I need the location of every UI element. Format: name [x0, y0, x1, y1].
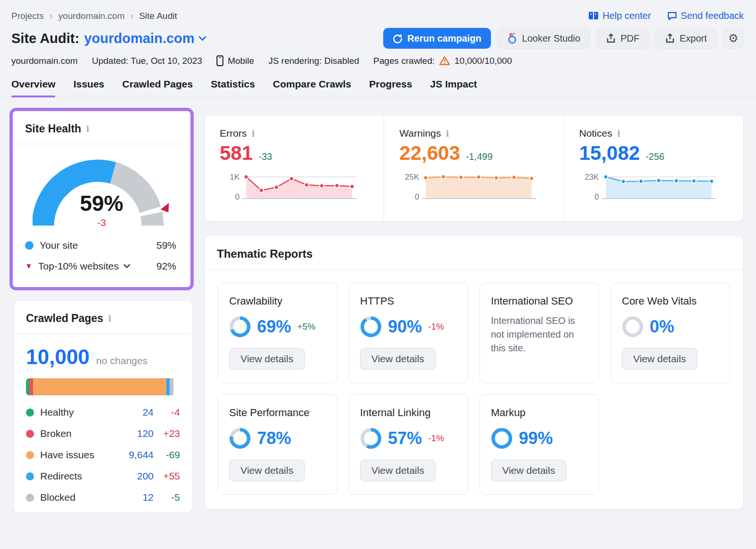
site-health-gauge: 59% -3	[33, 157, 171, 227]
campaign-selector[interactable]: yourdomain.com	[84, 31, 206, 46]
notices-stat: Notices i 15,082 -256 23K 0	[564, 115, 743, 221]
looker-studio-button[interactable]: Looker Studio	[497, 28, 590, 49]
tab-progress[interactable]: Progress	[369, 78, 412, 97]
markup-card: Markup 99% View details	[480, 394, 599, 495]
refresh-icon	[393, 34, 403, 44]
issues-summary-card: Errors i 581 -33 1K 0 Warnings i 22,603	[204, 115, 744, 222]
bar-segment-have-issues[interactable]	[33, 378, 166, 395]
bar-segment-redirects[interactable]	[166, 378, 170, 395]
page-title: Site Audit: yourdomain.com	[11, 31, 206, 46]
tab-overview[interactable]: Overview	[11, 78, 55, 97]
site-health-card: Site Health i 59% -3 Your site 59% ▼ To	[13, 111, 190, 287]
export-button[interactable]: Export	[655, 28, 717, 49]
green-dot-icon	[26, 409, 34, 417]
crawled-legend: Healthy 24 -4 Broken 120 +23 Have issues…	[26, 407, 180, 503]
crawled-pages-header: Crawled Pages i	[14, 301, 192, 334]
notices-label: Notices	[579, 128, 612, 139]
y-axis-max: 25K	[405, 173, 419, 182]
site-performance-donut	[229, 427, 251, 449]
crawlability-view-details-button[interactable]: View details	[229, 348, 305, 370]
legend-top10-websites[interactable]: ▼ Top-10% websites 92%	[25, 261, 176, 272]
site-performance-card: Site Performance 78% View details	[218, 394, 337, 495]
toolbar: Rerun campaign Looker Studio PDF	[383, 28, 744, 49]
site-health-score: 59%	[33, 191, 171, 216]
errors-value[interactable]: 581	[220, 142, 253, 165]
warnings-value[interactable]: 22,603	[399, 142, 460, 165]
chevron-down-icon	[123, 264, 130, 269]
crawled-pages-card: Crawled Pages i 10,000 no changes Health…	[13, 300, 193, 513]
bar-segment-blocked[interactable]	[170, 378, 173, 395]
tab-compare-crawls[interactable]: Compare Crawls	[273, 78, 352, 97]
campaign-meta: yourdomain.com Updated: Tue, Oct 10, 202…	[0, 49, 756, 66]
y-axis-min: 0	[594, 192, 599, 202]
legend-your-site: Your site 59%	[25, 240, 176, 251]
thematic-reports-header: Thematic Reports	[205, 236, 743, 270]
internal-linking-view-details-button[interactable]: View details	[360, 460, 436, 481]
info-icon[interactable]: i	[86, 124, 89, 133]
site-health-title: Site Health	[25, 122, 81, 135]
tab-crawled-pages[interactable]: Crawled Pages	[122, 78, 193, 97]
site-health-legend: Your site 59% ▼ Top-10% websites 92%	[13, 227, 190, 272]
title-row: Site Audit: yourdomain.com Rerun campaig…	[0, 21, 756, 49]
info-icon[interactable]: i	[108, 314, 112, 323]
legend-row-blocked: Blocked 12 -5	[26, 492, 180, 503]
legend-row-broken: Broken 120 +23	[26, 428, 180, 439]
gauge-center: 59% -3	[33, 191, 171, 228]
y-axis-max: 23K	[584, 173, 599, 182]
site-audit-page: { "breadcrumb": { "items": ["Projects", …	[0, 0, 756, 549]
errors-sparkline	[241, 171, 357, 202]
site-health-highlight-frame: Site Health i 59% -3 Your site 59% ▼ To	[9, 108, 194, 290]
upload-icon	[606, 33, 616, 44]
meta-updated: Updated: Tue, Oct 10, 2023	[92, 56, 202, 66]
meta-domain: yourdomain.com	[11, 56, 77, 66]
errors-label: Errors	[220, 128, 247, 139]
bar-segment-broken[interactable]	[29, 378, 33, 395]
site-health-header: Site Health i	[13, 111, 190, 144]
international-seo-card: International SEO International SEO is n…	[480, 283, 599, 383]
warnings-delta: -1,499	[466, 151, 493, 162]
header-links: Help center Send feedback	[588, 10, 744, 21]
top-bar: Projects › yourdomain.com › Site Audit H…	[0, 0, 756, 21]
red-triangle-icon: ▼	[25, 262, 33, 270]
send-feedback-link[interactable]: Send feedback	[667, 10, 744, 21]
chevron-down-icon	[198, 36, 206, 41]
warnings-label: Warnings	[399, 128, 441, 139]
tab-statistics[interactable]: Statistics	[211, 78, 255, 97]
y-axis-min: 0	[235, 192, 240, 202]
core-web-vitals-donut	[622, 316, 644, 338]
settings-button[interactable]: ⚙	[723, 28, 744, 49]
help-center-link[interactable]: Help center	[588, 10, 651, 21]
info-icon[interactable]: i	[446, 129, 449, 138]
core-web-vitals-card: Core Web Vitals 0% View details	[610, 283, 730, 383]
core-web-vitals-view-details-button[interactable]: View details	[622, 348, 697, 370]
breadcrumb-site-audit: Site Audit	[139, 11, 177, 21]
rerun-campaign-button[interactable]: Rerun campaign	[383, 28, 491, 49]
blue-dot-icon	[26, 472, 34, 480]
breadcrumb-projects[interactable]: Projects	[11, 11, 44, 21]
meta-device: Mobile	[216, 55, 254, 66]
crawlability-card: Crawlability 69% +5% View details	[218, 283, 337, 383]
crawled-total[interactable]: 10,000	[26, 345, 90, 369]
notices-value[interactable]: 15,082	[579, 142, 640, 165]
pdf-button[interactable]: PDF	[596, 28, 649, 49]
tab-js-impact[interactable]: JS Impact	[430, 78, 477, 97]
tab-issues[interactable]: Issues	[73, 78, 104, 97]
breadcrumb-domain[interactable]: yourdomain.com	[58, 11, 124, 21]
https-view-details-button[interactable]: View details	[360, 348, 436, 370]
markup-view-details-button[interactable]: View details	[491, 460, 567, 481]
info-icon[interactable]: i	[617, 129, 620, 138]
chevron-right-icon: ›	[50, 10, 53, 21]
crawled-change-note: no changes	[96, 355, 148, 366]
thematic-reports-card: Thematic Reports Crawlability 69% +5% Vi…	[204, 235, 744, 510]
gray-dot-icon	[26, 494, 34, 502]
legend-row-healthy: Healthy 24 -4	[26, 407, 180, 418]
red-dot-icon	[26, 430, 34, 438]
errors-stat: Errors i 581 -33 1K 0	[205, 115, 384, 221]
gear-icon: ⚙	[728, 33, 739, 44]
blue-dot-icon	[25, 241, 34, 250]
errors-delta: -33	[258, 151, 272, 162]
breadcrumb: Projects › yourdomain.com › Site Audit	[11, 10, 177, 21]
orange-dot-icon	[26, 451, 34, 459]
info-icon[interactable]: i	[251, 129, 255, 138]
site-performance-view-details-button[interactable]: View details	[229, 460, 305, 481]
